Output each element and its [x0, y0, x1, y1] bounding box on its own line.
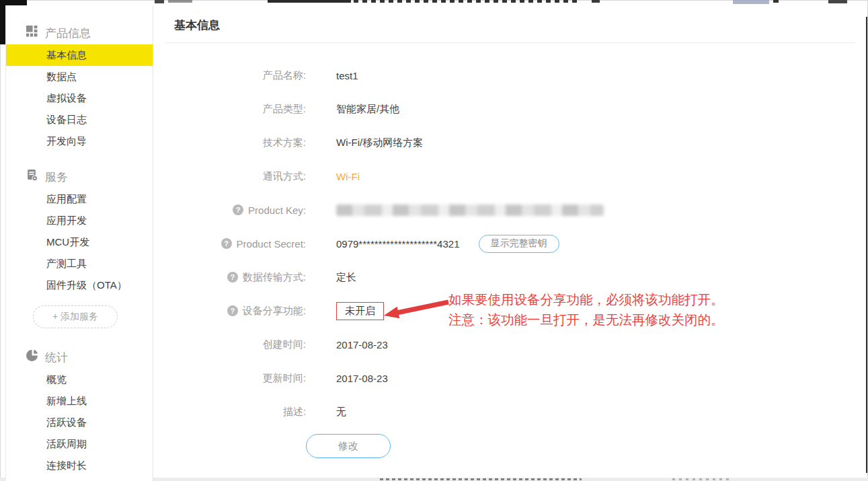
sidebar-item-overview[interactable]: 概览	[6, 369, 153, 390]
sidebar: 产品信息 基本信息 数据点 虚拟设备 设备日志 开发向导 服务 应用配置 应用开…	[5, 5, 153, 481]
field-label: 创建时间:	[263, 338, 306, 351]
field-label: 产品类型:	[263, 103, 306, 116]
right-edge-line	[866, 17, 867, 473]
field-row-tech-solution: 技术方案: Wi-Fi/移动网络方案	[154, 126, 866, 159]
sidebar-item-virtual-device[interactable]: 虚拟设备	[6, 87, 153, 109]
help-icon[interactable]: ?	[221, 238, 232, 249]
sidebar-item-mcu-dev[interactable]: MCU开发	[6, 231, 153, 253]
field-label: Product Key:	[248, 205, 306, 216]
field-label: 设备分享功能:	[243, 305, 306, 318]
sidebar-section-product-info: 产品信息	[6, 22, 153, 44]
sidebar-item-active-cycle[interactable]: 活跃周期	[6, 433, 153, 455]
field-list: 产品名称: test1 产品类型: 智能家居/其他 技术方案: Wi-Fi/移动…	[154, 59, 866, 429]
help-icon[interactable]: ?	[233, 205, 243, 215]
field-label: 更新时间:	[263, 372, 306, 385]
field-row-device-sharing: ? 设备分享功能: 未开启 如果要使用设备分享功能，必须将该功能打开。 注意：该…	[154, 294, 866, 328]
field-value: 无	[336, 406, 346, 418]
services-icon	[26, 170, 38, 184]
add-service-button[interactable]: + 添加服务	[33, 305, 118, 328]
field-row-product-type: 产品类型: 智能家居/其他	[154, 92, 866, 126]
status-badge-not-enabled: 未开启	[336, 302, 384, 320]
field-value: 定长	[336, 271, 356, 284]
field-row-product-secret: ? Product Secret: 0979******************…	[154, 227, 866, 260]
field-row-product-name: 产品名称: test1	[154, 59, 866, 92]
modify-button[interactable]: 修改	[306, 434, 391, 458]
field-label: 通讯方式:	[263, 170, 306, 183]
annotation-note: 如果要使用设备分享功能，必须将该功能打开。 注意：该功能一旦打开，是无法再修改关…	[448, 290, 868, 330]
sidebar-item-device-log[interactable]: 设备日志	[6, 109, 153, 131]
red-arrow-icon	[383, 298, 451, 322]
grid-icon	[26, 26, 38, 40]
show-full-secret-button[interactable]: 显示完整密钥	[479, 235, 559, 253]
annotation-line-1: 如果要使用设备分享功能，必须将该功能打开。	[448, 290, 868, 310]
sidebar-item-app-config[interactable]: 应用配置	[6, 188, 153, 210]
field-value: Wi-Fi/移动网络方案	[336, 137, 423, 149]
field-value-wifi: Wi-Fi	[336, 171, 360, 182]
field-row-product-key: ? Product Key:	[154, 193, 866, 227]
help-icon[interactable]: ?	[227, 272, 238, 283]
title-divider	[165, 42, 855, 43]
field-label: Product Secret:	[237, 238, 306, 250]
redacted-product-key	[336, 205, 604, 216]
main-content: 基本信息 产品名称: test1 产品类型: 智能家居/其他 技术方案: Wi-…	[154, 5, 866, 458]
field-label: 产品名称:	[263, 69, 306, 82]
sidebar-item-data-points[interactable]: 数据点	[6, 66, 153, 87]
field-value: 智能家居/其他	[336, 103, 399, 116]
sidebar-item-dev-wizard[interactable]: 开发向导	[6, 131, 153, 152]
sidebar-item-new-online[interactable]: 新增上线	[6, 390, 153, 412]
sidebar-section-services: 服务	[6, 165, 153, 188]
sidebar-item-connection-duration[interactable]: 连接时长	[6, 455, 153, 476]
left-edge-artifact	[0, 0, 5, 44]
sidebar-item-ota[interactable]: 固件升级（OTA）	[6, 274, 153, 296]
sidebar-item-basic-info[interactable]: 基本信息	[6, 44, 153, 66]
sidebar-section-stats: 统计	[6, 346, 153, 369]
sidebar-section-label: 服务	[45, 170, 68, 185]
sidebar-section-label: 统计	[45, 350, 68, 365]
field-value: 0979********************4321	[336, 238, 460, 250]
field-value: test1	[336, 70, 358, 81]
field-value: 2017-08-23	[336, 373, 388, 384]
field-row-updated-time: 更新时间: 2017-08-23	[154, 361, 866, 395]
field-row-data-transfer: ? 数据传输方式: 定长	[154, 260, 866, 294]
sidebar-item-active-devices[interactable]: 活跃设备	[6, 412, 153, 433]
sidebar-item-prod-test-tool[interactable]: 产测工具	[6, 253, 153, 274]
field-value: 2017-08-23	[336, 339, 388, 350]
sidebar-item-app-dev[interactable]: 应用开发	[6, 210, 153, 231]
field-row-created-time: 创建时间: 2017-08-23	[154, 328, 866, 361]
help-icon[interactable]: ?	[227, 305, 238, 316]
field-label: 技术方案:	[263, 137, 306, 149]
field-row-description: 描述: 无	[154, 395, 866, 429]
sidebar-section-label: 产品信息	[45, 26, 91, 41]
field-label: 描述:	[283, 406, 306, 418]
pie-chart-icon	[26, 350, 38, 365]
page-title: 基本信息	[174, 17, 866, 33]
field-row-comm-method: 通讯方式: Wi-Fi	[154, 159, 866, 193]
field-label: 数据传输方式:	[243, 271, 306, 284]
